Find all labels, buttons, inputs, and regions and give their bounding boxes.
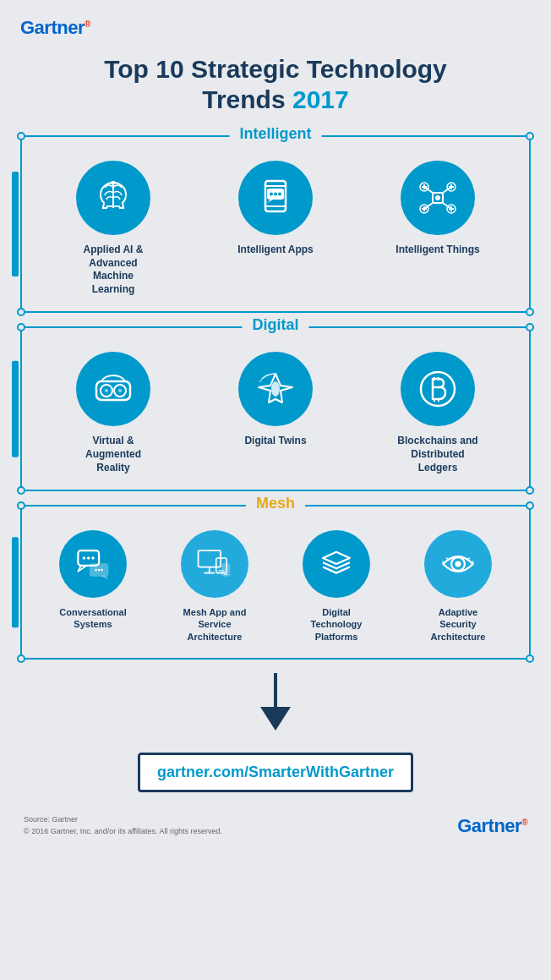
intelligent-things-circle xyxy=(401,161,475,235)
intelligent-things-label: Intelligent Things xyxy=(396,244,479,257)
svg-point-43 xyxy=(87,556,90,560)
corner-tr xyxy=(526,132,534,140)
item-conversational: ConversationalSystems xyxy=(57,530,129,631)
phone-chat-icon xyxy=(254,176,297,220)
item-intelligent-things: Intelligent Things xyxy=(396,161,480,257)
item-vr-ar: Virtual &Augmented Reality xyxy=(71,352,155,474)
intelligent-apps-circle xyxy=(238,161,313,235)
digital-section: Digital xyxy=(20,326,531,491)
blockchain-circle xyxy=(401,352,475,426)
corner-tr-d xyxy=(526,323,534,331)
svg-point-49 xyxy=(101,569,103,572)
svg-point-48 xyxy=(98,569,101,572)
adaptive-security-label: Adaptive SecurityArchitecture xyxy=(422,606,494,643)
corner-tl-d xyxy=(17,323,25,331)
mesh-items-row: ConversationalSystems xyxy=(32,530,519,643)
svg-point-47 xyxy=(95,569,97,572)
intelligent-items-row: Applied AI & AdvancedMachine Learning xyxy=(32,161,519,296)
chat-icon xyxy=(74,545,112,583)
item-digital-twins: Digital Twins xyxy=(233,352,318,448)
svg-point-6 xyxy=(270,193,273,196)
devices-icon xyxy=(195,545,234,583)
svg-line-62 xyxy=(446,558,450,560)
svg-marker-57 xyxy=(323,552,350,564)
arrow-line xyxy=(274,673,277,707)
conversational-circle xyxy=(59,530,127,598)
intelligent-section: Intelligent xyxy=(20,135,531,313)
digital-twins-circle xyxy=(238,352,313,426)
brand-name: Gartner xyxy=(20,17,85,38)
vr-ar-label: Virtual &Augmented Reality xyxy=(71,435,155,474)
footer-copyright: © 2016 Gartner, Inc. and/or its affiliat… xyxy=(24,826,222,838)
digital-tech-circle xyxy=(303,530,370,598)
bitcoin-icon xyxy=(416,367,460,411)
footer-source: Source: Gartner xyxy=(24,814,222,826)
svg-point-7 xyxy=(274,193,277,196)
brand-dot: ® xyxy=(85,19,90,29)
brand-dot-footer: ® xyxy=(521,818,527,827)
digital-items-row: Virtual &Augmented Reality Digital Twins xyxy=(32,352,519,474)
blockchain-label: Blockchains andDistributed Ledgers xyxy=(396,435,480,474)
arrow-section xyxy=(20,673,531,731)
adaptive-security-circle xyxy=(424,530,492,598)
item-digital-tech: Digital TechnologyPlatforms xyxy=(300,530,373,643)
svg-point-34 xyxy=(271,381,280,397)
ai-ml-circle xyxy=(76,161,150,235)
plane-icon xyxy=(254,367,297,411)
url-text[interactable]: gartner.com/SmarterWithGartner xyxy=(157,764,394,780)
url-container: gartner.com/SmarterWithGartner xyxy=(20,744,531,801)
digital-label: Digital xyxy=(242,316,308,334)
svg-point-8 xyxy=(278,193,281,196)
item-mesh-app: Mesh App andService Architecture xyxy=(178,530,251,643)
title-year: 2017 xyxy=(292,85,349,113)
gartner-logo-bottom: Gartner® xyxy=(457,815,527,837)
eye-shield-icon xyxy=(439,545,477,583)
item-adaptive-security: Adaptive SecurityArchitecture xyxy=(422,530,494,643)
svg-point-42 xyxy=(83,556,86,560)
svg-marker-9 xyxy=(267,200,273,203)
svg-point-33 xyxy=(118,389,122,392)
svg-point-11 xyxy=(435,195,440,200)
drone-icon xyxy=(416,176,460,220)
page-wrapper: Gartner® Top 10 Strategic Technology Tre… xyxy=(0,0,551,854)
intelligent-label: Intelligent xyxy=(230,125,322,143)
ai-ml-label: Applied AI & AdvancedMachine Learning xyxy=(71,244,155,296)
footer-text: Source: Gartner © 2016 Gartner, Inc. and… xyxy=(24,814,222,837)
title-line1: Top 10 Strategic Technology xyxy=(104,55,447,83)
mesh-app-circle xyxy=(181,530,248,598)
corner-tl-m xyxy=(17,501,25,510)
item-ai-ml: Applied AI & AdvancedMachine Learning xyxy=(71,161,155,296)
corner-bl-d xyxy=(17,486,25,495)
svg-point-32 xyxy=(105,389,108,392)
footer: Source: Gartner © 2016 Gartner, Inc. and… xyxy=(20,814,531,837)
corner-br-d xyxy=(526,486,534,495)
mesh-label: Mesh xyxy=(246,495,305,512)
corner-br-m xyxy=(526,654,534,663)
digital-tech-label: Digital TechnologyPlatforms xyxy=(300,606,373,643)
svg-marker-46 xyxy=(102,576,108,579)
layers-icon xyxy=(317,545,356,583)
digital-twins-label: Digital Twins xyxy=(244,435,306,448)
gartner-logo-top: Gartner® xyxy=(20,17,531,39)
brain-icon xyxy=(91,176,135,220)
corner-bl-m xyxy=(17,654,25,663)
intelligent-apps-label: Intelligent Apps xyxy=(237,244,314,257)
url-box: gartner.com/SmarterWithGartner xyxy=(138,753,413,792)
title-line2: Trends xyxy=(202,85,292,113)
title-section: Top 10 Strategic Technology Trends 2017 xyxy=(20,54,531,115)
page-title: Top 10 Strategic Technology Trends 2017 xyxy=(20,54,531,115)
svg-point-44 xyxy=(91,556,95,560)
svg-point-59 xyxy=(455,561,461,567)
svg-rect-50 xyxy=(199,550,221,567)
vr-headset-icon xyxy=(91,367,135,411)
corner-tl xyxy=(17,132,25,140)
corner-br xyxy=(526,308,534,316)
conversational-label: ConversationalSystems xyxy=(59,606,126,631)
arrow-down xyxy=(260,707,291,731)
vr-ar-circle xyxy=(76,352,150,426)
mesh-app-label: Mesh App andService Architecture xyxy=(178,606,251,643)
svg-line-63 xyxy=(467,558,471,560)
item-intelligent-apps: Intelligent Apps xyxy=(233,161,318,257)
brand-name-footer: Gartner xyxy=(457,815,521,836)
svg-point-1 xyxy=(111,181,116,184)
